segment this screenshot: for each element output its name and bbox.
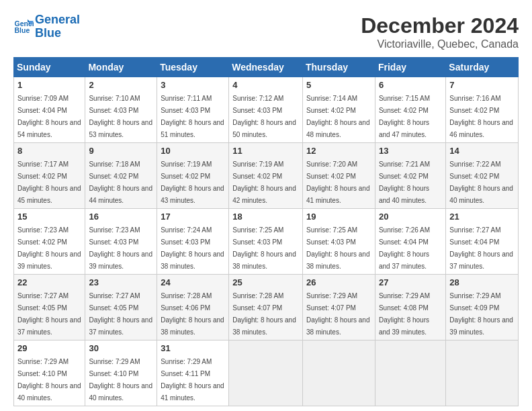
day-number: 29 (17, 343, 81, 353)
day-info: Sunrise: 7:23 AMSunset: 4:02 PMDaylight:… (17, 226, 81, 270)
calendar-cell (302, 340, 375, 406)
day-number: 3 (161, 80, 225, 90)
day-number: 17 (161, 212, 225, 222)
day-info: Sunrise: 7:29 AMSunset: 4:10 PMDaylight:… (89, 358, 152, 402)
calendar-cell: 11 Sunrise: 7:19 AMSunset: 4:02 PMDaylig… (229, 143, 303, 209)
day-info: Sunrise: 7:19 AMSunset: 4:02 PMDaylight:… (232, 161, 296, 204)
calendar-week-row: 22 Sunrise: 7:27 AMSunset: 4:05 PMDaylig… (14, 275, 519, 340)
day-info: Sunrise: 7:10 AMSunset: 4:03 PMDaylight:… (89, 95, 152, 138)
day-info: Sunrise: 7:28 AMSunset: 4:06 PMDaylight:… (161, 292, 224, 336)
day-number: 5 (306, 80, 371, 90)
day-number: 1 (17, 80, 81, 90)
title-area: December 2024 Victoriaville, Quebec, Can… (361, 13, 519, 50)
calendar-cell: 19 Sunrise: 7:25 AMSunset: 4:03 PMDaylig… (302, 209, 375, 275)
day-number: 20 (379, 212, 442, 222)
day-number: 8 (17, 146, 81, 156)
day-info: Sunrise: 7:19 AMSunset: 4:02 PMDaylight:… (161, 161, 224, 204)
day-info: Sunrise: 7:23 AMSunset: 4:03 PMDaylight:… (89, 226, 152, 270)
day-number: 14 (449, 146, 515, 156)
header-thursday: Thursday (302, 58, 375, 77)
day-number: 22 (17, 277, 81, 287)
calendar-cell: 8 Sunrise: 7:17 AMSunset: 4:02 PMDayligh… (14, 143, 85, 209)
calendar-cell: 3 Sunrise: 7:11 AMSunset: 4:03 PMDayligh… (157, 77, 229, 143)
calendar-cell: 25 Sunrise: 7:28 AMSunset: 4:07 PMDaylig… (229, 275, 303, 340)
calendar-cell: 12 Sunrise: 7:20 AMSunset: 4:02 PMDaylig… (302, 143, 375, 209)
day-number: 30 (89, 343, 153, 353)
day-number: 12 (306, 146, 371, 156)
day-info: Sunrise: 7:27 AMSunset: 4:04 PMDaylight:… (449, 226, 513, 270)
calendar-table: Sunday Monday Tuesday Wednesday Thursday… (13, 57, 519, 406)
day-info: Sunrise: 7:28 AMSunset: 4:07 PMDaylight:… (232, 292, 296, 336)
logo: General Blue General Blue (13, 13, 80, 40)
day-info: Sunrise: 7:15 AMSunset: 4:02 PMDaylight:… (379, 95, 430, 138)
calendar-cell (229, 340, 303, 406)
day-number: 11 (232, 146, 299, 156)
day-info: Sunrise: 7:24 AMSunset: 4:03 PMDaylight:… (161, 226, 224, 270)
day-info: Sunrise: 7:29 AMSunset: 4:09 PMDaylight:… (449, 292, 513, 336)
day-info: Sunrise: 7:27 AMSunset: 4:05 PMDaylight:… (89, 292, 152, 336)
calendar-cell: 20 Sunrise: 7:26 AMSunset: 4:04 PMDaylig… (375, 209, 445, 275)
calendar-cell: 6 Sunrise: 7:15 AMSunset: 4:02 PMDayligh… (375, 77, 445, 143)
calendar-week-row: 1 Sunrise: 7:09 AMSunset: 4:04 PMDayligh… (14, 77, 519, 143)
day-number: 9 (89, 146, 153, 156)
calendar-cell: 24 Sunrise: 7:28 AMSunset: 4:06 PMDaylig… (157, 275, 229, 340)
calendar-body: 1 Sunrise: 7:09 AMSunset: 4:04 PMDayligh… (14, 77, 519, 406)
day-number: 23 (89, 277, 153, 287)
day-info: Sunrise: 7:17 AMSunset: 4:02 PMDaylight:… (17, 161, 81, 204)
calendar-cell: 31 Sunrise: 7:29 AMSunset: 4:11 PMDaylig… (157, 340, 229, 406)
calendar-cell: 4 Sunrise: 7:12 AMSunset: 4:03 PMDayligh… (229, 77, 303, 143)
header-friday: Friday (375, 58, 445, 77)
day-number: 21 (449, 212, 515, 222)
calendar-cell: 26 Sunrise: 7:29 AMSunset: 4:07 PMDaylig… (302, 275, 375, 340)
day-info: Sunrise: 7:29 AMSunset: 4:10 PMDaylight:… (17, 358, 81, 402)
logo-icon: General Blue (13, 17, 34, 37)
day-number: 13 (379, 146, 442, 156)
day-info: Sunrise: 7:14 AMSunset: 4:02 PMDaylight:… (306, 95, 370, 138)
calendar-header-row: Sunday Monday Tuesday Wednesday Thursday… (14, 58, 519, 77)
header-monday: Monday (85, 58, 157, 77)
calendar-week-row: 15 Sunrise: 7:23 AMSunset: 4:02 PMDaylig… (14, 209, 519, 275)
day-number: 24 (161, 277, 225, 287)
header-sunday: Sunday (14, 58, 85, 77)
calendar-cell: 21 Sunrise: 7:27 AMSunset: 4:04 PMDaylig… (446, 209, 519, 275)
day-number: 19 (306, 212, 371, 222)
header-saturday: Saturday (446, 58, 519, 77)
main-title: December 2024 (361, 13, 519, 38)
calendar-cell: 30 Sunrise: 7:29 AMSunset: 4:10 PMDaylig… (85, 340, 157, 406)
header: General Blue General Blue December 2024 … (13, 13, 519, 50)
day-info: Sunrise: 7:16 AMSunset: 4:02 PMDaylight:… (449, 95, 513, 138)
calendar-cell: 23 Sunrise: 7:27 AMSunset: 4:05 PMDaylig… (85, 275, 157, 340)
day-info: Sunrise: 7:29 AMSunset: 4:08 PMDaylight:… (379, 292, 430, 336)
day-number: 18 (232, 212, 299, 222)
calendar-cell: 2 Sunrise: 7:10 AMSunset: 4:03 PMDayligh… (85, 77, 157, 143)
day-number: 28 (449, 277, 515, 287)
day-number: 4 (232, 80, 299, 90)
calendar-cell: 7 Sunrise: 7:16 AMSunset: 4:02 PMDayligh… (446, 77, 519, 143)
day-number: 27 (379, 277, 442, 287)
day-info: Sunrise: 7:29 AMSunset: 4:11 PMDaylight:… (161, 358, 224, 402)
day-number: 7 (449, 80, 515, 90)
day-info: Sunrise: 7:12 AMSunset: 4:03 PMDaylight:… (232, 95, 296, 138)
day-info: Sunrise: 7:26 AMSunset: 4:04 PMDaylight:… (379, 226, 430, 270)
day-number: 16 (89, 212, 153, 222)
header-tuesday: Tuesday (157, 58, 229, 77)
calendar-cell: 1 Sunrise: 7:09 AMSunset: 4:04 PMDayligh… (14, 77, 85, 143)
day-number: 25 (232, 277, 299, 287)
svg-text:Blue: Blue (15, 26, 30, 34)
day-number: 31 (161, 343, 225, 353)
day-info: Sunrise: 7:20 AMSunset: 4:02 PMDaylight:… (306, 161, 370, 204)
subtitle: Victoriaville, Quebec, Canada (361, 38, 519, 50)
day-number: 15 (17, 212, 81, 222)
calendar-week-row: 29 Sunrise: 7:29 AMSunset: 4:10 PMDaylig… (14, 340, 519, 406)
day-info: Sunrise: 7:27 AMSunset: 4:05 PMDaylight:… (17, 292, 81, 336)
header-wednesday: Wednesday (229, 58, 303, 77)
calendar-cell: 22 Sunrise: 7:27 AMSunset: 4:05 PMDaylig… (14, 275, 85, 340)
calendar-cell: 15 Sunrise: 7:23 AMSunset: 4:02 PMDaylig… (14, 209, 85, 275)
day-number: 6 (379, 80, 442, 90)
calendar-cell: 10 Sunrise: 7:19 AMSunset: 4:02 PMDaylig… (157, 143, 229, 209)
day-info: Sunrise: 7:25 AMSunset: 4:03 PMDaylight:… (232, 226, 296, 270)
day-number: 10 (161, 146, 225, 156)
day-info: Sunrise: 7:09 AMSunset: 4:04 PMDaylight:… (17, 95, 81, 138)
day-info: Sunrise: 7:21 AMSunset: 4:02 PMDaylight:… (379, 161, 430, 204)
calendar-cell: 9 Sunrise: 7:18 AMSunset: 4:02 PMDayligh… (85, 143, 157, 209)
